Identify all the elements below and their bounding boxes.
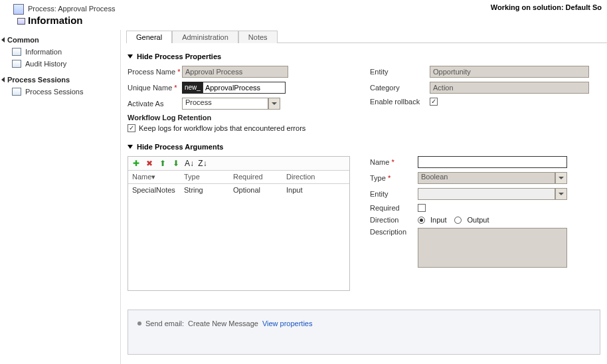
arg-name-label: Name *: [370, 158, 418, 166]
direction-input-label: Input: [430, 216, 446, 224]
enable-rollback-checkbox[interactable]: [430, 98, 438, 106]
triangle-down-icon: [128, 54, 133, 58]
unique-name-input[interactable]: [203, 82, 286, 94]
arguments-toolbar: ✚ ✖ ⬆ ⬇ A↓ Z↓: [128, 157, 349, 171]
add-argument-button[interactable]: ✚: [131, 159, 141, 168]
triangle-down-icon: [128, 145, 133, 149]
select-dropdown-button[interactable]: [555, 188, 567, 200]
move-up-button[interactable]: ⬆: [158, 159, 167, 168]
process-title: Process: Approval Process: [28, 5, 115, 13]
cell-name: SpecialNotes: [132, 186, 184, 194]
sidebar-item-label: Process Sessions: [25, 88, 83, 96]
process-name-label: Process Name *: [128, 68, 182, 76]
direction-input-radio[interactable]: [418, 217, 425, 224]
sidebar-cat-sessions[interactable]: Process Sessions: [0, 74, 115, 86]
working-on-solution-label: Working on solution: Default So: [491, 3, 602, 11]
direction-output-radio[interactable]: [454, 217, 462, 224]
chevron-down-icon: [559, 177, 564, 179]
arg-required-checkbox[interactable]: [418, 204, 426, 212]
keep-logs-label: Keep logs for workflow jobs that encount…: [139, 124, 305, 132]
info-icon: [17, 18, 25, 25]
direction-output-label: Output: [467, 216, 489, 224]
caret-icon: [1, 77, 5, 82]
activate-as-select[interactable]: Process: [182, 98, 268, 110]
sidebar-cat-label: Common: [7, 36, 39, 44]
arg-description-textarea[interactable]: [418, 228, 567, 268]
tab-administration[interactable]: Administration: [172, 31, 238, 43]
sidebar-cat-label: Process Sessions: [7, 76, 70, 84]
sessions-icon: [12, 88, 21, 96]
arg-entity-label: Entity: [370, 190, 418, 198]
history-icon: [12, 60, 21, 68]
arg-type-label: Type *: [370, 174, 418, 182]
sidebar-cat-common[interactable]: Common: [0, 34, 115, 46]
cell-direction: Input: [286, 186, 333, 194]
arg-required-label: Required: [370, 204, 418, 212]
delete-argument-button[interactable]: ✖: [145, 159, 154, 168]
tab-notes[interactable]: Notes: [238, 31, 278, 43]
left-nav: Common Information Audit History Process…: [0, 30, 121, 364]
section-toggle-properties[interactable]: Hide Process Properties: [128, 52, 600, 60]
col-required[interactable]: Required: [233, 173, 286, 181]
sort-asc-button[interactable]: A↓: [185, 159, 194, 168]
select-dropdown-button[interactable]: [268, 98, 280, 110]
arg-direction-label: Direction: [370, 216, 418, 224]
activate-as-label: Activate As: [128, 100, 182, 108]
chevron-down-icon: [272, 102, 277, 105]
steps-panel: Send email: Create New Message View prop…: [128, 310, 600, 355]
move-down-button[interactable]: ⬇: [171, 159, 181, 168]
tab-bar: General Administration Notes: [126, 30, 607, 43]
category-label: Category: [370, 84, 430, 92]
col-type[interactable]: Type: [184, 173, 233, 181]
col-name[interactable]: Name▾: [132, 173, 184, 181]
cell-required: Optional: [233, 186, 286, 194]
sort-desc-button[interactable]: Z↓: [198, 159, 207, 168]
sidebar-item-process-sessions[interactable]: Process Sessions: [0, 86, 115, 98]
step-prefix: Send email:: [145, 319, 184, 327]
caret-icon: [1, 37, 5, 43]
info-heading: Information: [28, 15, 83, 26]
cell-type: String: [184, 186, 233, 194]
section-toggle-arguments[interactable]: Hide Process Arguments: [128, 143, 600, 151]
chevron-down-icon: [559, 193, 564, 195]
window-header: Process: Approval Process Information Wo…: [0, 0, 607, 30]
section-label: Hide Process Properties: [137, 52, 221, 60]
step-row[interactable]: Send email: Create New Message View prop…: [137, 319, 590, 327]
section-label: Hide Process Arguments: [137, 143, 223, 151]
sidebar-item-audit-history[interactable]: Audit History: [0, 58, 115, 70]
process-name-field[interactable]: Approval Process: [182, 66, 288, 78]
enable-rollback-label: Enable rollback: [370, 98, 430, 106]
category-field: Action: [430, 82, 589, 94]
step-value: Create New Message: [188, 319, 258, 327]
argument-row[interactable]: SpecialNotes String Optional Input: [128, 184, 349, 196]
sidebar-item-label: Information: [25, 48, 62, 56]
col-direction[interactable]: Direction: [286, 173, 333, 181]
select-dropdown-button[interactable]: [555, 172, 567, 184]
arg-name-input[interactable]: [418, 156, 567, 168]
page-icon: [12, 48, 21, 56]
view-properties-link[interactable]: View properties: [262, 319, 313, 327]
entity-field: Opportunity: [430, 66, 589, 78]
arg-entity-select[interactable]: [418, 188, 555, 200]
bullet-icon: [137, 321, 141, 325]
arg-description-label: Description: [370, 228, 418, 236]
entity-label: Entity: [370, 68, 430, 76]
tab-general[interactable]: General: [126, 31, 172, 43]
arguments-grid-header: Name▾ Type Required Direction: [128, 171, 349, 184]
sidebar-item-information[interactable]: Information: [0, 46, 115, 58]
unique-name-prefix: new_: [182, 82, 203, 94]
process-icon: [13, 4, 24, 15]
arg-type-select[interactable]: Boolean: [418, 172, 555, 184]
workflow-log-heading: Workflow Log Retention: [128, 114, 350, 122]
unique-name-label: Unique Name *: [128, 84, 182, 92]
sidebar-item-label: Audit History: [25, 60, 66, 68]
keep-logs-checkbox[interactable]: [128, 124, 135, 132]
